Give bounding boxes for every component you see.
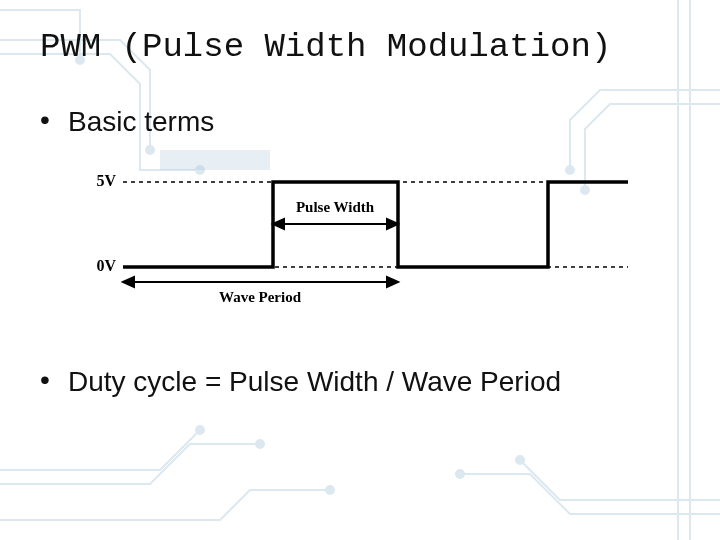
bullet-duty-cycle-text: Duty cycle = Pulse Width / Wave Period xyxy=(68,366,561,397)
label-wave-period: Wave Period xyxy=(219,289,302,305)
bullet-basic-terms-text: Basic terms xyxy=(68,106,214,137)
slide-title: PWM (Pulse Width Modulation) xyxy=(40,28,680,66)
slide: PWM (Pulse Width Modulation) Basic terms… xyxy=(0,0,720,540)
label-5v: 5V xyxy=(96,172,116,189)
label-0v: 0V xyxy=(96,257,116,274)
label-pulse-width: Pulse Width xyxy=(296,199,375,215)
bullet-list: Basic terms xyxy=(40,106,680,138)
pwm-diagram: 5V 0V Pulse Width Wave Period xyxy=(68,162,680,316)
bullet-basic-terms: Basic terms xyxy=(40,106,680,138)
svg-marker-17 xyxy=(123,277,134,287)
bullet-list-2: Duty cycle = Pulse Width / Wave Period xyxy=(40,366,680,398)
svg-marker-18 xyxy=(387,277,398,287)
bullet-duty-cycle: Duty cycle = Pulse Width / Wave Period xyxy=(40,366,680,398)
